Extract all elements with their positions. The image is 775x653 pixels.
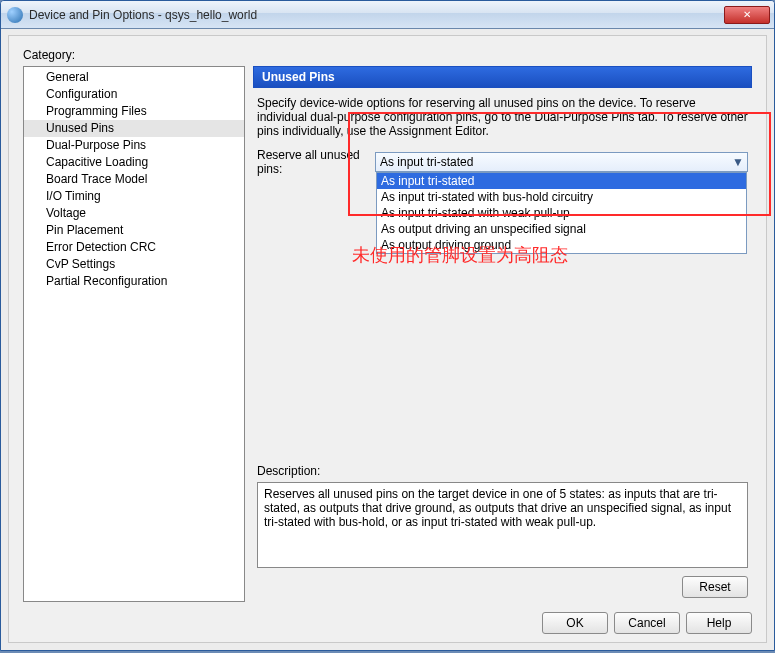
window-buttons: ✕ [722, 6, 770, 24]
titlebar: Device and Pin Options - qsys_hello_worl… [1, 1, 774, 29]
category-item[interactable]: I/O Timing [24, 188, 244, 205]
dropdown-option[interactable]: As output driving an unspecified signal [377, 221, 746, 237]
reset-button[interactable]: Reset [682, 576, 748, 598]
window-title: Device and Pin Options - qsys_hello_worl… [29, 8, 722, 22]
client-area: Category: GeneralConfigurationProgrammin… [8, 35, 767, 643]
cancel-button[interactable]: Cancel [614, 612, 680, 634]
category-item[interactable]: Pin Placement [24, 222, 244, 239]
category-item[interactable]: CvP Settings [24, 256, 244, 273]
category-list[interactable]: GeneralConfigurationProgramming FilesUnu… [23, 66, 245, 602]
reserve-combo[interactable]: As input tri-stated ▼ As input tri-state… [375, 152, 748, 172]
category-item[interactable]: Programming Files [24, 103, 244, 120]
category-item[interactable]: Capacitive Loading [24, 154, 244, 171]
close-button[interactable]: ✕ [724, 6, 770, 24]
description-box: Reserves all unused pins on the target d… [257, 482, 748, 568]
dropdown-option[interactable]: As output driving ground [377, 237, 746, 253]
dropdown-option[interactable]: As input tri-stated with bus-hold circui… [377, 189, 746, 205]
category-item[interactable]: General [24, 69, 244, 86]
category-item[interactable]: Board Trace Model [24, 171, 244, 188]
help-button[interactable]: Help [686, 612, 752, 634]
category-label: Category: [23, 48, 75, 62]
combo-value: As input tri-stated [380, 155, 473, 169]
category-item[interactable]: Error Detection CRC [24, 239, 244, 256]
right-panel: Unused Pins Specify device-wide options … [253, 66, 752, 602]
category-item[interactable]: Dual-Purpose Pins [24, 137, 244, 154]
panel-header: Unused Pins [253, 66, 752, 88]
description-label: Description: [253, 464, 752, 482]
reset-row: Reset [253, 576, 752, 602]
panel-instructions: Specify device-wide options for reservin… [253, 88, 752, 144]
reserve-row: Reserve all unused pins: As input tri-st… [253, 144, 752, 180]
dropdown-option[interactable]: As input tri-stated [377, 173, 746, 189]
bottom-buttons: OK Cancel Help [542, 612, 752, 634]
reserve-label: Reserve all unused pins: [257, 148, 375, 176]
category-item[interactable]: Configuration [24, 86, 244, 103]
reserve-dropdown[interactable]: As input tri-statedAs input tri-stated w… [376, 172, 747, 254]
dialog-window: Device and Pin Options - qsys_hello_worl… [0, 0, 775, 651]
chevron-down-icon: ▼ [731, 155, 745, 169]
category-item[interactable]: Partial Reconfiguration [24, 273, 244, 290]
category-item[interactable]: Unused Pins [24, 120, 244, 137]
ok-button[interactable]: OK [542, 612, 608, 634]
app-icon [7, 7, 23, 23]
category-item[interactable]: Voltage [24, 205, 244, 222]
dropdown-option[interactable]: As input tri-stated with weak pull-up [377, 205, 746, 221]
